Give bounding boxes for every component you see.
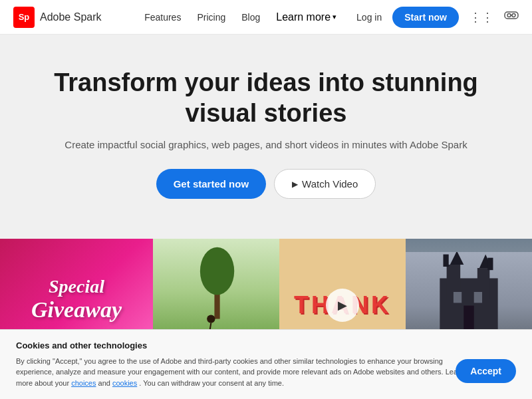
cookie-banner: Cookies and other technologies By clicki… [0, 329, 532, 400]
watch-video-button[interactable]: ▶ Watch Video [274, 169, 376, 199]
hero-section: Transform your ideas into stunning visua… [0, 35, 532, 239]
nav-blog[interactable]: Blog [241, 12, 260, 23]
svg-rect-23 [474, 292, 482, 303]
svg-rect-21 [487, 258, 493, 270]
get-started-button[interactable]: Get started now [156, 169, 266, 199]
play-icon: ▶ [292, 180, 298, 189]
nav-learn-more[interactable]: Learn more [276, 11, 336, 23]
watch-video-label: Watch Video [302, 178, 358, 190]
svg-rect-20 [443, 255, 448, 267]
svg-point-8 [207, 315, 215, 323]
hero-buttons: Get started now ▶ Watch Video [13, 169, 519, 199]
logo-area: Sp Adobe Spark [13, 7, 102, 28]
svg-rect-22 [454, 292, 462, 303]
login-link[interactable]: Log in [356, 12, 382, 23]
cookie-and-text: and [98, 379, 112, 387]
header: Sp Adobe Spark Features Pricing Blog Lea… [0, 0, 532, 35]
castle-svg [406, 252, 532, 332]
nav-pricing[interactable]: Pricing [197, 12, 225, 23]
cookie-end-text: . You can withdraw your consent at any t… [139, 379, 284, 387]
nav-features[interactable]: Features [144, 12, 181, 23]
main-nav: Features Pricing Blog Learn more [144, 11, 336, 23]
cookie-text: By clicking "Accept," you agree to the u… [16, 356, 468, 389]
logo-text: Adobe Spark [40, 11, 102, 23]
svg-point-1 [507, 14, 511, 17]
logo-icon[interactable]: Sp [13, 7, 35, 28]
gallery-special-text: Special [49, 277, 104, 297]
vr-icon[interactable] [504, 10, 519, 24]
gallery-giveaway-text: Giveaway [31, 297, 122, 323]
hero-heading: Transform your ideas into stunning visua… [40, 68, 492, 128]
header-right: Log in Start now ⋮⋮ [356, 7, 519, 28]
svg-point-2 [512, 14, 515, 17]
cookie-accept-button[interactable]: Accept [456, 359, 516, 383]
cookie-title: Cookies and other technologies [16, 340, 516, 350]
svg-rect-24 [464, 306, 473, 330]
cookie-cookies-link[interactable]: cookies [112, 379, 137, 387]
gallery-play-overlay[interactable]: ▶ [326, 289, 359, 322]
hero-subheading: Create impactful social graphics, web pa… [13, 139, 519, 150]
cookie-choices-link[interactable]: choices [71, 379, 96, 387]
start-now-button[interactable]: Start now [392, 7, 459, 28]
grid-icon[interactable]: ⋮⋮ [469, 10, 493, 25]
svg-point-6 [200, 247, 234, 295]
